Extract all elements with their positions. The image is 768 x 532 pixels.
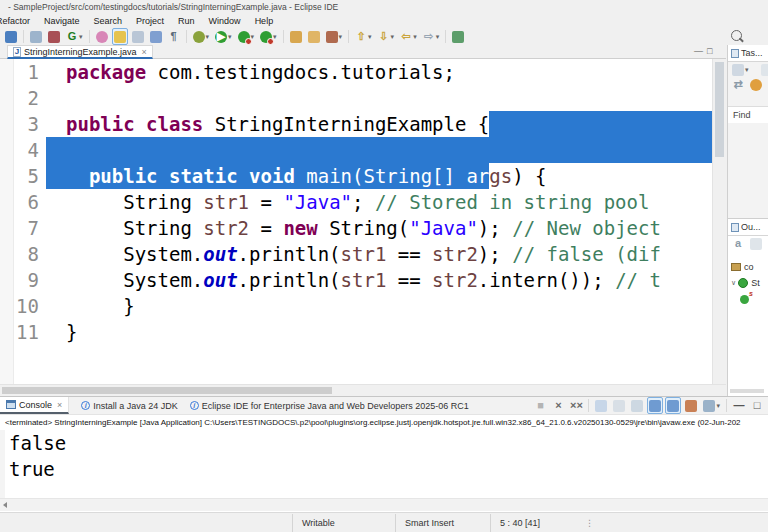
code-text[interactable]: System.out.println(str1 == str2.intern()… <box>46 267 712 293</box>
hide-fields-button[interactable] <box>748 235 764 252</box>
console-notification-0[interactable]: iInstall a Java 24 JDK <box>81 401 178 411</box>
minimize-editor-area-icon[interactable]: — <box>694 46 703 56</box>
code-text[interactable]: String str2 = new String("Java"); // New… <box>46 215 712 241</box>
clear-console-icon <box>595 400 607 412</box>
skip-breakpoints-button[interactable] <box>130 28 146 45</box>
menu-item-search[interactable]: Search <box>87 16 130 26</box>
line-number: 2 <box>14 85 46 111</box>
menu-item-project[interactable]: Project <box>129 16 171 26</box>
maximize-console-button[interactable]: □ <box>749 397 765 414</box>
menu-item-help[interactable]: Help <box>248 16 281 26</box>
previous-annotation-dropdown-arrow[interactable]: ▾ <box>368 33 372 41</box>
new-java-package-button[interactable] <box>46 28 62 45</box>
menu-item-navigate[interactable]: Navigate <box>37 16 87 26</box>
launch-config-button[interactable]: ▾ <box>324 28 345 45</box>
open-folder-button[interactable] <box>306 28 322 45</box>
code-text[interactable]: } <box>46 319 712 345</box>
editor-tab[interactable]: J StringInterningExample.java × <box>7 45 153 59</box>
scroll-left-arrow-icon[interactable] <box>3 502 7 508</box>
open-console-button[interactable]: ▾ <box>701 397 722 414</box>
chevron-expanded-icon[interactable]: ∨ <box>731 279 736 287</box>
tab-outline[interactable]: Ou... <box>728 219 768 236</box>
new-task-button[interactable]: ▾ <box>730 61 751 78</box>
remove-all-launches-button[interactable]: ×× <box>568 397 584 414</box>
new-task-dropdown-arrow[interactable]: ▾ <box>745 66 749 74</box>
maximize-editor-area-icon[interactable]: □ <box>707 46 712 56</box>
code-text[interactable] <box>46 137 712 163</box>
annotation-cell <box>0 215 14 241</box>
forward-history-button[interactable]: ⇨▾ <box>421 28 442 45</box>
code-text[interactable]: public static void main(String[] args) { <box>46 163 712 189</box>
token: = <box>249 215 283 241</box>
task-find-input[interactable]: Find <box>728 106 768 123</box>
coverage-run-button[interactable]: ▾ <box>258 28 279 45</box>
terminate-button[interactable]: ■ <box>532 397 548 414</box>
outline-horizontal-scrollbar[interactable] <box>730 389 764 393</box>
code-text[interactable]: public class StringInterningExample { <box>46 111 712 137</box>
open-type-button[interactable] <box>148 28 164 45</box>
launch-config-dropdown-arrow[interactable]: ▾ <box>339 33 343 41</box>
next-annotation-button[interactable]: ⇩▾ <box>376 28 397 45</box>
java-file-icon: J <box>13 47 21 57</box>
show-stdout-on-change-button[interactable] <box>647 397 663 414</box>
run-button[interactable]: ▶▾ <box>213 28 234 45</box>
remove-launch-button[interactable]: × <box>550 397 566 414</box>
word-wrap-button[interactable] <box>629 397 645 414</box>
editor-tab-close-icon[interactable]: × <box>142 47 147 57</box>
toolbar-separator <box>445 30 446 43</box>
tab-task-list[interactable]: Tas... <box>728 45 768 62</box>
code-text[interactable]: package com.testingdocs.tutorials; <box>46 59 712 85</box>
save-button[interactable] <box>28 28 44 45</box>
tab-console[interactable]: Console × <box>0 397 69 414</box>
horizontal-scrollbar-thumb[interactable] <box>2 387 332 394</box>
code-text[interactable]: String str1 = "Java"; // Stored in strin… <box>46 189 712 215</box>
open-console-dropdown-arrow[interactable]: ▾ <box>716 402 720 410</box>
external-tools-button[interactable]: ▾ <box>191 28 212 45</box>
show-stderr-on-change-button[interactable] <box>665 397 681 414</box>
open-perspective-button[interactable] <box>450 28 466 45</box>
external-tools-dropdown-arrow[interactable]: ▾ <box>206 33 210 41</box>
status-overflow-icon[interactable]: ⋮ <box>585 514 594 532</box>
outline-item-class[interactable]: ∨St <box>728 275 768 291</box>
editor-vertical-scrollbar[interactable] <box>712 59 726 384</box>
code-text[interactable]: System.out.println(str1 == str2); // fal… <box>46 241 712 267</box>
console-tab-close-icon[interactable]: × <box>57 400 62 410</box>
new-folder-button[interactable] <box>288 28 304 45</box>
vertical-scrollbar-thumb[interactable] <box>715 62 724 157</box>
console-notification-1[interactable]: iEclipse IDE for Enterprise Java and Web… <box>190 401 469 411</box>
next-annotation-dropdown-arrow[interactable]: ▾ <box>391 33 395 41</box>
menu-item-refactor[interactable]: Refactor <box>0 16 37 26</box>
minimize-console-button[interactable]: — <box>731 397 747 414</box>
debug-run-button[interactable]: ▾ <box>236 28 257 45</box>
debug-flower-button[interactable] <box>94 28 110 45</box>
new-wizard-button[interactable] <box>3 28 19 45</box>
task-repository-button[interactable] <box>748 76 764 93</box>
menu-item-run[interactable]: Run <box>171 16 202 26</box>
previous-annotation-button[interactable]: ⇧▾ <box>353 28 374 45</box>
console-output[interactable]: falsetrue <box>0 430 768 498</box>
pin-console-button[interactable] <box>683 397 699 414</box>
gradle-refresh-button[interactable]: G▾ <box>64 28 85 45</box>
editor-horizontal-scrollbar[interactable] <box>0 384 726 396</box>
sort-outline-button[interactable]: a <box>730 235 746 252</box>
last-edit-location-button[interactable]: ⇦▾ <box>398 28 419 45</box>
coverage-run-status-dot <box>267 38 274 45</box>
link-with-editor-button[interactable]: ⇄ <box>730 76 746 93</box>
console-horizontal-scrollbar[interactable] <box>0 498 768 511</box>
outline-item-method[interactable]: s <box>728 291 768 307</box>
outline-item-package[interactable]: co <box>728 259 768 275</box>
code-text[interactable] <box>46 85 712 111</box>
scroll-lock-button[interactable] <box>611 397 627 414</box>
clear-console-button[interactable] <box>593 397 609 414</box>
run-dropdown-arrow[interactable]: ▾ <box>228 33 232 41</box>
menu-item-window[interactable]: Window <box>202 16 248 26</box>
console-output-line: false <box>9 430 768 456</box>
code-text[interactable]: } <box>46 293 712 319</box>
show-whitespace-button[interactable]: ¶ <box>166 28 182 45</box>
gradle-refresh-dropdown-arrow[interactable]: ▾ <box>79 33 83 41</box>
format-brush-button[interactable] <box>112 28 128 45</box>
quick-search-button[interactable] <box>731 30 745 44</box>
last-edit-location-dropdown-arrow[interactable]: ▾ <box>413 33 417 41</box>
forward-history-dropdown-arrow[interactable]: ▾ <box>436 33 440 41</box>
sort-outline-icon: a <box>732 238 744 250</box>
